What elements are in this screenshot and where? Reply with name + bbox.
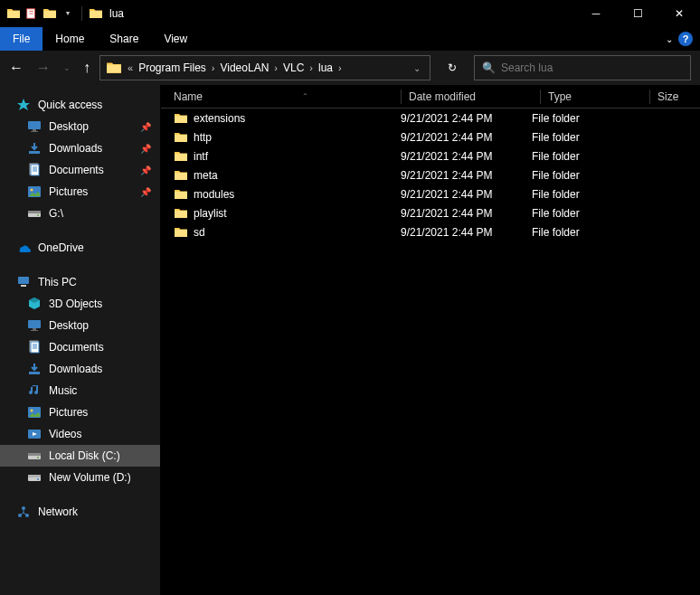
sidebar-label: This PC	[38, 276, 77, 288]
nav-recent-dropdown[interactable]: ⌄	[63, 63, 71, 72]
sidebar-network[interactable]: Network	[0, 501, 160, 523]
file-list: extensions9/21/2021 2:44 PMFile folderht…	[161, 109, 700, 595]
sidebar-item-label: Downloads	[49, 363, 102, 375]
sidebar-item-label: Music	[49, 384, 77, 397]
breadcrumb-item-vlc[interactable]: VLC	[281, 61, 306, 74]
sidebar-onedrive[interactable]: OneDrive	[0, 237, 160, 259]
sidebar-item-documents[interactable]: Documents	[0, 336, 160, 358]
search-box[interactable]: 🔍	[474, 55, 691, 80]
minimize-button[interactable]: ─	[575, 0, 617, 27]
sidebar-label: Quick access	[38, 99, 102, 111]
breadcrumb[interactable]: « Program Files › VideoLAN › VLC › lua ›…	[99, 55, 430, 80]
breadcrumb-item-program-files[interactable]: Program Files	[137, 61, 208, 74]
nav-up-button[interactable]: ↑	[83, 60, 90, 76]
sidebar-item-desktop[interactable]: Desktop📌	[0, 116, 160, 137]
file-type: File folder	[532, 131, 633, 144]
pin-icon: 📌	[140, 122, 151, 132]
chevron-right-icon[interactable]: ›	[335, 62, 345, 73]
sidebar-item-videos[interactable]: Videos	[0, 423, 160, 445]
folder-icon	[174, 187, 188, 202]
file-row[interactable]: modules9/21/2021 2:44 PMFile folder	[161, 184, 700, 203]
breadcrumb-folder-icon	[106, 60, 122, 76]
column-header-size[interactable]: Size	[657, 90, 700, 103]
nav-back-button[interactable]: ←	[9, 60, 24, 76]
file-row[interactable]: http9/21/2021 2:44 PMFile folder	[161, 128, 700, 146]
file-row[interactable]: sd9/21/2021 2:44 PMFile folder	[161, 222, 700, 241]
sidebar-item-label: New Volume (D:)	[49, 471, 131, 484]
pictures-icon	[27, 405, 42, 420]
close-button[interactable]: ✕	[658, 0, 700, 27]
folder-icon	[174, 111, 188, 126]
ribbon-expand-icon[interactable]: ⌄	[666, 34, 673, 44]
sidebar-item-downloads[interactable]: Downloads	[0, 358, 160, 380]
file-type: File folder	[532, 169, 633, 182]
network-icon	[16, 505, 31, 519]
column-header-name[interactable]: Name ⌃	[161, 90, 401, 103]
file-type: File folder	[532, 226, 633, 239]
help-icon[interactable]: ?	[678, 32, 693, 46]
file-type: File folder	[532, 112, 633, 125]
file-date: 9/21/2021 2:44 PM	[401, 131, 532, 144]
sidebar-item-newvolumed[interactable]: New Volume (D:)	[0, 467, 160, 488]
file-name: http	[194, 131, 212, 144]
chevron-right-icon[interactable]: ›	[270, 62, 281, 73]
file-name: intf	[194, 150, 208, 163]
folder-icon	[174, 206, 188, 221]
sidebar-item-3dobjects[interactable]: 3D Objects	[0, 293, 160, 315]
sidebar-quick-access[interactable]: Quick access	[0, 94, 160, 116]
file-name: extensions	[194, 112, 245, 125]
drive-icon	[27, 449, 42, 463]
refresh-button[interactable]: ↻	[440, 55, 465, 80]
sidebar-item-label: Documents	[49, 164, 104, 176]
sort-indicator-icon: ⌃	[302, 92, 308, 100]
qat-properties-icon[interactable]	[24, 5, 40, 22]
window-title: lua	[104, 7, 124, 20]
file-row[interactable]: intf9/21/2021 2:44 PMFile folder	[161, 146, 700, 165]
ribbon-tab-home[interactable]: Home	[43, 27, 97, 51]
app-icon	[5, 5, 22, 22]
sidebar-item-downloads[interactable]: Downloads📌	[0, 137, 160, 159]
file-date: 9/21/2021 2:44 PM	[401, 207, 532, 220]
sidebar-this-pc[interactable]: This PC	[0, 271, 160, 293]
sidebar-label: OneDrive	[38, 241, 84, 254]
file-date: 9/21/2021 2:44 PM	[401, 188, 532, 201]
breadcrumb-overflow[interactable]: «	[124, 62, 137, 73]
qat-newfolder-icon[interactable]	[42, 5, 58, 22]
sidebar-item-pictures[interactable]: Pictures📌	[0, 181, 160, 203]
column-header-date[interactable]: Date modified	[409, 90, 540, 103]
file-name: meta	[194, 169, 218, 182]
file-date: 9/21/2021 2:44 PM	[401, 150, 532, 163]
file-row[interactable]: playlist9/21/2021 2:44 PMFile folder	[161, 203, 700, 222]
downloads-icon	[27, 141, 42, 156]
sidebar-item-pictures[interactable]: Pictures	[0, 401, 160, 423]
chevron-right-icon[interactable]: ›	[306, 62, 317, 73]
videos-icon	[27, 427, 42, 441]
column-header-type[interactable]: Type	[548, 90, 649, 103]
ribbon-tab-view[interactable]: View	[151, 27, 200, 51]
column-headers: Name ⌃ Date modified Type Size	[161, 85, 700, 109]
breadcrumb-item-videolan[interactable]: VideoLAN	[218, 61, 270, 74]
sidebar-item-desktop[interactable]: Desktop	[0, 315, 160, 336]
thispc-icon	[16, 275, 31, 289]
sidebar-item-g[interactable]: G:\	[0, 203, 160, 224]
sidebar-item-localdiskc[interactable]: Local Disk (C:)	[0, 445, 160, 467]
file-name: sd	[194, 226, 205, 239]
file-type: File folder	[532, 207, 633, 220]
file-date: 9/21/2021 2:44 PM	[401, 226, 532, 239]
file-row[interactable]: extensions9/21/2021 2:44 PMFile folder	[161, 109, 700, 128]
breadcrumb-item-lua[interactable]: lua	[317, 61, 335, 74]
breadcrumb-dropdown[interactable]: ⌄	[408, 63, 426, 73]
search-input[interactable]	[501, 61, 683, 74]
file-date: 9/21/2021 2:44 PM	[401, 112, 532, 125]
file-row[interactable]: meta9/21/2021 2:44 PMFile folder	[161, 165, 700, 184]
desktop-icon	[27, 119, 42, 134]
ribbon-tab-file[interactable]: File	[0, 27, 43, 51]
sidebar-label: Network	[38, 505, 78, 518]
sidebar-item-documents[interactable]: Documents📌	[0, 159, 160, 181]
chevron-right-icon[interactable]: ›	[208, 62, 219, 73]
nav-forward-button[interactable]: →	[36, 60, 51, 76]
maximize-button[interactable]: ☐	[617, 0, 658, 27]
sidebar-item-music[interactable]: Music	[0, 380, 160, 401]
qat-dropdown-icon[interactable]: ▾	[60, 5, 76, 22]
ribbon-tab-share[interactable]: Share	[97, 27, 151, 51]
